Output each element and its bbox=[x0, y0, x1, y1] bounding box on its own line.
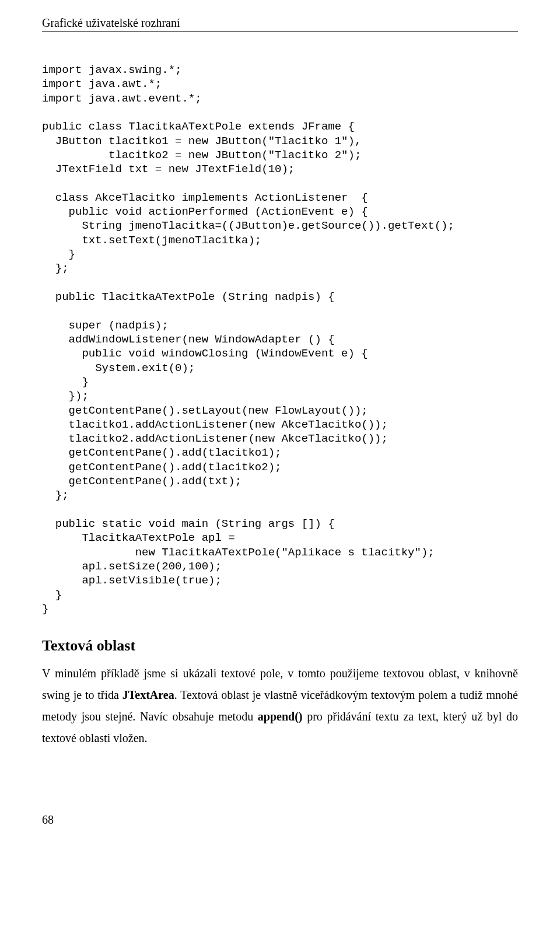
bold-term-jtextarea: JTextArea bbox=[123, 688, 174, 701]
running-header: Grafické uživatelské rozhraní bbox=[42, 16, 518, 32]
page-number: 68 bbox=[42, 813, 518, 827]
page: Grafické uživatelské rozhraní import jav… bbox=[0, 0, 560, 850]
code-listing: import javax.swing.*; import java.awt.*;… bbox=[42, 63, 518, 616]
body-paragraph: V minulém příkladě jsme si ukázali texto… bbox=[42, 663, 518, 749]
bold-term-append: append() bbox=[258, 710, 303, 723]
section-heading: Textová oblast bbox=[42, 637, 518, 655]
